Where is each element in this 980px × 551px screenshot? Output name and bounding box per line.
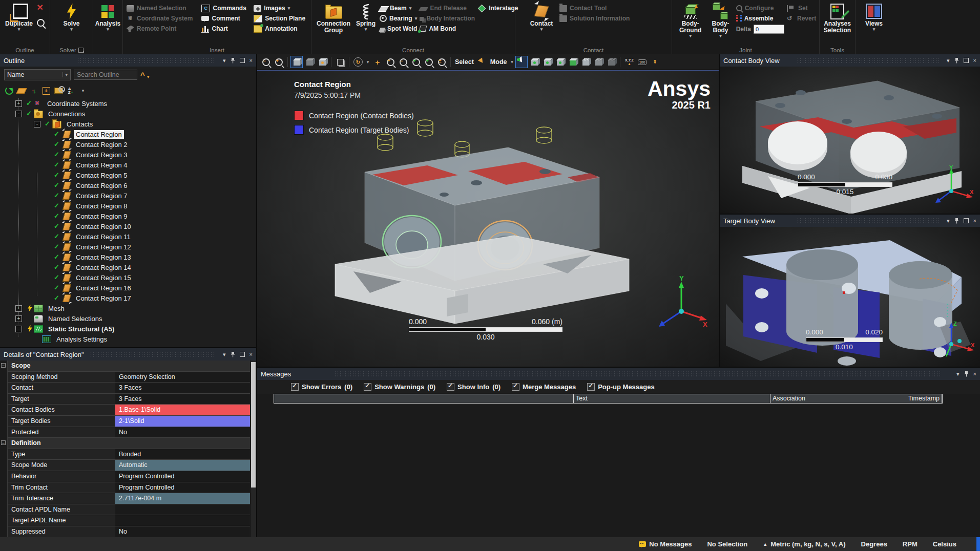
tree-item[interactable]: Contact Region 13 — [0, 252, 256, 262]
details-collapse-gutter[interactable] — [0, 427, 8, 438]
coordinate-system-button[interactable]: Coordinate System — [127, 14, 199, 23]
tree-item[interactable]: Contact Region 16 — [0, 283, 256, 293]
search-options-caret-icon[interactable]: ▾ — [147, 74, 150, 79]
end-release-button[interactable]: End Release — [420, 4, 475, 12]
spring-caret-icon[interactable]: ▾ — [365, 27, 367, 32]
details-collapse-gutter[interactable] — [0, 416, 8, 427]
tree-item[interactable]: Contact Region 17 — [0, 293, 256, 303]
xyz-coordinates-icon[interactable]: X,Y,Z▴ — [623, 56, 635, 68]
tree-item[interactable]: Contact Region 2 — [0, 139, 256, 150]
solution-information-button[interactable]: Solution Information — [559, 14, 652, 23]
sort-az-icon[interactable]: AZ↓ — [66, 86, 76, 96]
status-celsius[interactable]: Celsius — [933, 540, 956, 548]
details-row[interactable]: Contact APDL Name — [0, 504, 251, 516]
details-row-value[interactable]: Automatic — [115, 460, 251, 471]
details-row[interactable]: Type Bonded — [0, 449, 251, 460]
details-scrollbar-thumb[interactable] — [251, 362, 256, 488]
details-row-value[interactable] — [115, 504, 251, 516]
details-collapse-gutter[interactable] — [0, 460, 8, 471]
select-cursor-icon[interactable] — [476, 56, 488, 68]
details-pin-icon[interactable] — [231, 351, 235, 357]
checkbox-icon[interactable] — [291, 383, 299, 391]
details-row[interactable]: Scoping Method Geometry Selection — [0, 372, 251, 383]
details-row-value[interactable]: 3 Faces — [115, 394, 251, 405]
status-no-messages[interactable]: No Messages — [639, 540, 692, 548]
tree-item[interactable]: Analysis Settings — [0, 334, 256, 344]
tree-expander[interactable]: + — [15, 305, 22, 312]
tbv-close-icon[interactable]: × — [973, 218, 976, 224]
rotate-caret-icon[interactable]: ▾ — [365, 56, 370, 68]
messages-column-header[interactable]: Timestamp — [906, 394, 942, 403]
outline-menu-caret-icon[interactable]: ▾ — [223, 58, 226, 63]
tree-expander[interactable]: + — [15, 315, 22, 322]
select-edge-icon[interactable] — [554, 56, 566, 68]
tbv-menu-caret-icon[interactable]: ▾ — [947, 218, 950, 224]
comment-button[interactable]: Comment — [201, 14, 251, 23]
details-collapse-gutter[interactable] — [0, 405, 8, 416]
details-row[interactable]: Suppressed No — [0, 526, 251, 537]
viewport-triad[interactable]: Y X — [652, 274, 708, 336]
commands-button[interactable]: Commands — [201, 4, 251, 12]
tree-item[interactable]: + Coordinate Systems — [0, 98, 256, 109]
duplicate-button[interactable]: Duplicate ▾ — [4, 2, 34, 45]
delta-input[interactable] — [754, 25, 784, 34]
body-ground-button[interactable]: Body-Ground ▾ — [676, 2, 705, 45]
tree-item[interactable]: Contact Region 8 — [0, 201, 256, 211]
solve-button[interactable]: Solve ▾ — [61, 2, 81, 45]
zoom-to-selection-icon[interactable]: + — [423, 56, 434, 68]
spring-button[interactable]: Spring ▾ — [355, 2, 377, 45]
mode-label[interactable]: Mode — [489, 58, 508, 66]
tree-item[interactable]: Contact Region 7 — [0, 190, 256, 201]
messages-menu-caret-icon[interactable]: ▾ — [956, 371, 960, 377]
show-hidden-folder-icon[interactable] — [53, 86, 64, 96]
assemble-button[interactable]: Assemble — [736, 14, 784, 23]
checkbox-icon[interactable] — [447, 383, 454, 391]
annotation-button[interactable]: Annotation — [254, 25, 307, 33]
duplicate-caret-icon[interactable]: ▾ — [18, 27, 20, 32]
zoom-fit-icon[interactable]: − — [398, 56, 409, 68]
contact-caret-icon[interactable]: ▾ — [540, 27, 543, 32]
remote-point-button[interactable]: Remote Point — [127, 25, 199, 33]
cbv-menu-caret-icon[interactable]: ▾ — [947, 58, 950, 63]
eraser-icon[interactable] — [16, 86, 27, 96]
tree-expander[interactable]: - — [34, 121, 40, 128]
spot-weld-button[interactable]: Spot Weld — [380, 25, 417, 33]
shaded-exterior-icon[interactable] — [291, 56, 302, 68]
status-units[interactable]: ▲Metric (m, kg, N, s, V, A) — [763, 540, 845, 548]
message-filter-checkbox[interactable]: Show Errors (0) — [291, 383, 352, 391]
beam-button[interactable]: Beam▾ — [380, 4, 417, 12]
zoom-in-icon[interactable]: + — [273, 56, 284, 68]
details-collapse-gutter[interactable] — [0, 471, 8, 482]
body-body-button[interactable]: Body-Body ▾ — [707, 2, 733, 45]
views-button[interactable]: Views ▾ — [864, 2, 884, 45]
body-body-caret-icon[interactable]: ▾ — [719, 34, 722, 38]
images-button[interactable]: Images▾ — [254, 4, 307, 12]
cbv-maximize-icon[interactable] — [964, 58, 969, 63]
details-row[interactable]: Protected No — [0, 427, 251, 438]
details-row[interactable]: Contact 3 Faces — [0, 383, 251, 394]
main-3d-viewport[interactable]: Contact Region 7/9/2025 5:00:17 PM Conta… — [257, 70, 719, 367]
select-vertex-icon[interactable] — [541, 56, 553, 68]
message-filter-checkbox[interactable]: Show Info (0) — [447, 383, 501, 391]
revert-button[interactable]: ↺Revert — [787, 14, 816, 23]
messages-close-icon[interactable]: × — [973, 371, 976, 377]
delete-button[interactable]: × — [37, 3, 45, 12]
details-row-value[interactable]: 3 Faces — [115, 383, 251, 394]
body-interaction-button[interactable]: Body Interaction — [420, 14, 475, 23]
details-collapse-gutter[interactable] — [0, 526, 8, 537]
tbv-pin-icon[interactable] — [954, 218, 959, 224]
messages-column-header[interactable]: Association — [770, 394, 906, 403]
details-row[interactable]: Target APDL Name — [0, 515, 251, 526]
section-plane-button[interactable]: Section Plane — [254, 14, 307, 23]
details-collapse-gutter[interactable] — [0, 372, 8, 383]
status-rpm[interactable]: RPM — [903, 540, 918, 548]
set-button[interactable]: Set — [787, 4, 816, 12]
tree-item[interactable]: + Named Selections — [0, 313, 256, 324]
details-collapse-gutter[interactable] — [0, 383, 8, 394]
connection-group-button[interactable]: Connection Group — [315, 2, 352, 45]
details-row[interactable]: Target Bodies 2-1\Solid — [0, 416, 251, 427]
search-previous-icon[interactable]: ^ — [140, 71, 145, 79]
message-filter-checkbox[interactable]: Merge Messages — [512, 383, 576, 391]
zoom-out-icon[interactable]: − — [260, 56, 272, 68]
checkbox-icon[interactable] — [512, 383, 519, 391]
